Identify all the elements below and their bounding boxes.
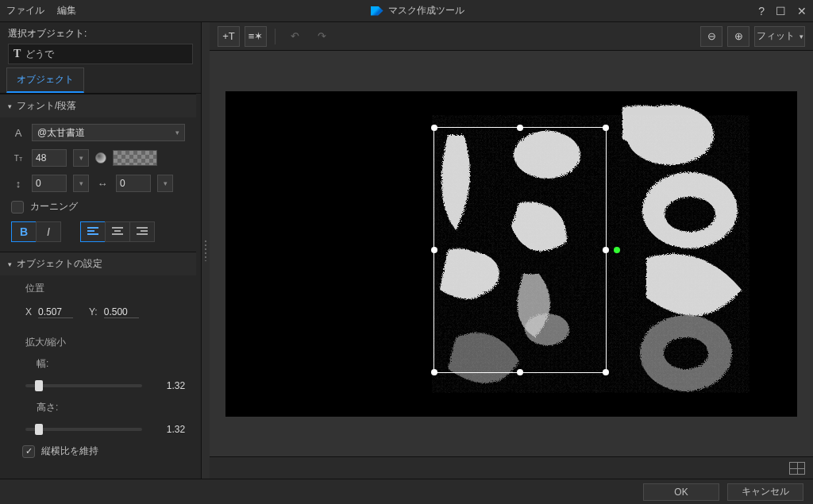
rotate-handle[interactable] (614, 247, 620, 253)
font-family-dropdown[interactable]: @太甘書道 ▾ (32, 124, 185, 141)
canvas-viewport[interactable] (210, 51, 813, 456)
position-label: 位置 (11, 282, 185, 295)
footer: OK キャンセル (0, 479, 813, 504)
add-text-icon: +T (222, 30, 235, 42)
keep-aspect-checkbox[interactable] (22, 445, 35, 458)
height-label: 高さ: (11, 401, 185, 414)
undo-button[interactable]: ↶ (283, 26, 306, 47)
maximize-icon[interactable]: ☐ (776, 5, 786, 17)
properties-scroll[interactable]: ▾ フォント/段落 A @太甘書道 ▾ TT 48 ▾ (0, 94, 201, 479)
chevron-down-icon: ▾ (800, 33, 803, 40)
line-spacing-icon: ↕ (11, 178, 25, 190)
resize-handle-nw[interactable] (431, 125, 437, 131)
line-spacing-input[interactable]: 0 (32, 175, 67, 192)
help-icon[interactable]: ? (758, 5, 765, 17)
close-icon[interactable]: ✕ (797, 5, 807, 17)
font-size-dropdown-button[interactable]: ▾ (73, 149, 89, 167)
kerning-checkbox[interactable] (11, 201, 24, 214)
chevron-down-icon: ▾ (79, 179, 83, 187)
chevron-down-icon: ▾ (175, 129, 179, 137)
zoom-fit-label: フィット (757, 29, 795, 43)
font-size-icon: TT (11, 154, 25, 163)
pos-y-label: Y: (89, 306, 98, 317)
menu-file[interactable]: ファイル (6, 4, 44, 17)
align-right-button[interactable] (129, 221, 155, 242)
bold-button[interactable]: B (11, 221, 37, 242)
redo-button[interactable]: ↷ (310, 26, 333, 47)
scale-label: 拡大/縮小 (11, 336, 185, 349)
font-family-icon: A (11, 127, 25, 139)
add-text-button[interactable]: +T (218, 26, 240, 47)
status-bar (210, 456, 813, 479)
width-slider[interactable] (25, 384, 142, 387)
selection-label: 選択オブジェクト: (0, 22, 201, 44)
kerning-label: カーニング (30, 200, 78, 214)
tab-object[interactable]: オブジェクト (6, 67, 84, 93)
panel-splitter[interactable] (202, 22, 210, 479)
line-spacing-dropdown-button[interactable]: ▾ (73, 175, 89, 192)
italic-button[interactable]: I (36, 221, 61, 242)
text-object-icon: T (13, 48, 21, 60)
resize-handle-sw[interactable] (431, 369, 437, 375)
undo-icon: ↶ (291, 30, 299, 42)
selected-object-name: どうで (25, 48, 54, 61)
slider-thumb[interactable] (35, 424, 43, 435)
font-family-value: @太甘書道 (37, 126, 85, 140)
titlebar: ファイル 編集 マスク作成ツール ? ☐ ✕ (0, 0, 813, 22)
resize-handle-n[interactable] (517, 125, 523, 131)
add-shape-icon: ≡✶ (249, 30, 264, 42)
align-center-button[interactable] (105, 221, 130, 242)
height-value[interactable]: 1.32 (150, 424, 185, 435)
ok-button[interactable]: OK (643, 483, 719, 501)
pos-x-label: X (25, 306, 32, 317)
resize-handle-w[interactable] (431, 247, 437, 253)
chevron-down-icon: ▾ (79, 154, 83, 162)
texture-swatch[interactable] (113, 150, 157, 166)
resize-handle-se[interactable] (603, 369, 609, 375)
app-title: マスク作成ツール (388, 4, 464, 17)
width-label: 幅: (11, 357, 185, 371)
height-slider[interactable] (25, 428, 142, 431)
cancel-button[interactable]: キャンセル (727, 483, 803, 501)
menu-edit[interactable]: 編集 (57, 4, 76, 17)
redo-icon: ↷ (318, 30, 326, 42)
section-font-header[interactable]: ▾ フォント/段落 (0, 94, 196, 117)
char-spacing-icon: ↔ (95, 178, 110, 190)
width-value[interactable]: 1.32 (150, 380, 185, 391)
left-panel: 選択オブジェクト: T どうで オブジェクト ▾ フォント/段落 A @太甘書道 (0, 22, 202, 479)
app-logo-icon (371, 6, 383, 16)
resize-handle-e[interactable] (603, 247, 609, 253)
section-object-header[interactable]: ▾ オブジェクトの設定 (0, 252, 196, 275)
pos-y-input[interactable]: 0.500 (104, 306, 139, 318)
chevron-down-icon: ▾ (8, 260, 12, 268)
char-spacing-dropdown-button[interactable]: ▾ (157, 175, 173, 192)
selected-object-field[interactable]: T どうで (8, 44, 193, 64)
zoom-fit-dropdown[interactable]: フィット ▾ (754, 26, 805, 47)
section-font-title: フォント/段落 (17, 99, 76, 113)
grid-toggle-icon[interactable] (789, 462, 805, 475)
chevron-down-icon: ▾ (164, 179, 168, 187)
slider-thumb[interactable] (35, 380, 43, 391)
keep-aspect-label: 縦横比を維持 (41, 444, 98, 458)
font-size-input[interactable]: 48 (32, 149, 67, 167)
color-swatch-icon[interactable] (95, 152, 106, 164)
canvas[interactable] (225, 91, 797, 417)
zoom-in-button[interactable]: ⊕ (727, 26, 749, 47)
canvas-toolbar: +T ≡✶ ↶ ↷ ⊖ ⊕ フィット ▾ (210, 22, 813, 51)
chevron-down-icon: ▾ (8, 102, 12, 110)
zoom-out-icon: ⊖ (707, 30, 716, 42)
align-center-icon (112, 227, 123, 237)
align-left-button[interactable] (80, 221, 106, 242)
add-shape-button[interactable]: ≡✶ (245, 26, 267, 47)
zoom-in-icon: ⊕ (734, 30, 743, 42)
zoom-out-button[interactable]: ⊖ (700, 26, 722, 47)
align-left-icon (87, 227, 98, 237)
resize-handle-ne[interactable] (603, 125, 609, 131)
selection-box[interactable] (433, 127, 607, 373)
pos-x-input[interactable]: 0.507 (38, 306, 73, 318)
section-object-title: オブジェクトの設定 (17, 257, 102, 271)
char-spacing-input[interactable]: 0 (116, 175, 151, 192)
resize-handle-s[interactable] (517, 369, 523, 375)
align-right-icon (137, 227, 148, 237)
